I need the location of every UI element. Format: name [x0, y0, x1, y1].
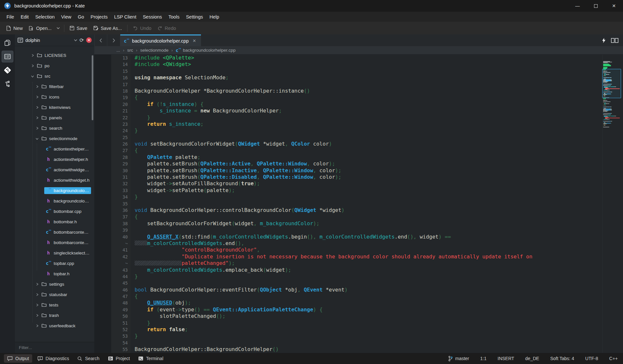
tree-item-userfeedback[interactable]: userfeedback [15, 320, 94, 331]
code-line-35[interactable]: 35 [94, 201, 623, 207]
new-button[interactable]: New [3, 24, 26, 33]
code-line-52[interactable]: 52 return false; [94, 326, 623, 333]
menu-projects[interactable]: Projects [87, 12, 111, 22]
dictionary[interactable]: de_DE [525, 356, 539, 361]
tree-item-LICENSES[interactable]: LICENSES [15, 50, 94, 60]
code-line-29[interactable]: 29 palette.setBrush(QPalette::Active, QP… [94, 161, 623, 167]
code-line-43[interactable]: 43 m_colorControlledWidgets.emplace_back… [94, 267, 623, 273]
sidebar-git-button[interactable] [2, 64, 13, 76]
chevron-collapsed-icon[interactable] [34, 304, 40, 306]
open-dropdown-button[interactable] [55, 25, 62, 31]
code-line-47[interactable]: 47{ [94, 293, 623, 300]
breadcrumb-item-src[interactable]: src [127, 48, 133, 53]
chevron-collapsed-icon[interactable] [34, 85, 40, 88]
sidebar-lsp-symbols-button[interactable] [2, 78, 13, 90]
code-line-51[interactable]: 51 } [94, 320, 623, 326]
menu-settings[interactable]: Settings [183, 12, 206, 22]
code-line-15[interactable]: 15 [94, 68, 623, 74]
tree-item-actionwithwidget.cpp[interactable]: c++actionwithwidget.cpp [15, 164, 94, 175]
redo-button[interactable]: Redo [154, 24, 179, 33]
code-line-28[interactable]: 28 QPalette palette; [94, 154, 623, 161]
panel-button-output[interactable]: Output [4, 354, 32, 363]
breadcrumb-item-...[interactable]: ... [116, 48, 120, 53]
code-line-13[interactable]: 13#include <QPalette> [94, 55, 623, 61]
chevron-collapsed-icon[interactable] [34, 96, 40, 98]
code-line-24[interactable]: 24} [94, 127, 623, 134]
tree-item-topbar.h[interactable]: htopbar.h [15, 268, 94, 279]
filter-input[interactable] [15, 342, 94, 353]
code-line-40[interactable]: 40 Q_ASSERT_X(std::find(m_colorControlle… [94, 234, 623, 240]
minimap-viewport[interactable] [602, 69, 621, 98]
code-line-50[interactable]: 50 slotPaletteChanged(); [94, 313, 623, 319]
menu-sessions[interactable]: Sessions [139, 12, 165, 22]
code-line-39[interactable]: 39 [94, 227, 623, 233]
menu-help[interactable]: Help [206, 12, 222, 22]
chevron-expanded-icon[interactable] [36, 136, 39, 141]
tree-item-backgroundcolorhelper.h[interactable]: hbackgroundcolorhelper.h [15, 196, 94, 206]
code-area[interactable]: 13#include <QPalette>14#include <QWidget… [94, 55, 623, 353]
split-view-icon[interactable] [611, 38, 618, 43]
lightning-icon[interactable] [602, 38, 606, 43]
code-line-38[interactable]: 38 setBackgroundColorForWidget(widget, m… [94, 220, 623, 227]
code-line-wrap[interactable]: ↪m_colorControlledWidgets.end(), [94, 240, 623, 247]
menu-go[interactable]: Go [74, 12, 87, 22]
tree-item-singleclickselectionproxymodel.h[interactable]: hsingleclickselectionproxymodel.h [15, 248, 94, 258]
close-button[interactable]: ✕ [605, 0, 623, 12]
code-line-44[interactable]: 44} [94, 273, 623, 280]
chevron-expanded-icon[interactable] [31, 73, 34, 79]
tree-item-icons[interactable]: icons [15, 92, 94, 102]
tree-item-backgroundcolorhelper.cpp[interactable]: c++backgroundcolorhelper.cpp [15, 185, 94, 196]
code-line-30[interactable]: 30 palette.setBrush(QPalette::Inactive, … [94, 167, 623, 174]
tree-item-src[interactable]: src [15, 71, 94, 81]
tree-item-actionwithwidget.h[interactable]: hactionwithwidget.h [15, 175, 94, 185]
code-line-49[interactable]: 49 if (event->type() == QEvent::Applicat… [94, 306, 623, 313]
code-line-22[interactable]: 22 } [94, 114, 623, 121]
menu-tools[interactable]: Tools [165, 12, 183, 22]
chevron-collapsed-icon[interactable] [34, 324, 40, 327]
chevron-collapsed-icon[interactable] [34, 127, 40, 130]
tree-item-actiontexthelper.cpp[interactable]: c++actiontexthelper.cpp [15, 144, 94, 154]
code-line-17[interactable]: 17 [94, 81, 623, 88]
highlight-language[interactable]: C++ [609, 356, 618, 361]
chevron-collapsed-icon[interactable] [34, 283, 40, 286]
maximize-button[interactable] [587, 0, 605, 12]
minimap[interactable] [602, 55, 623, 353]
code-line-53[interactable]: 53} [94, 333, 623, 339]
code-line-27[interactable]: 27{ [94, 147, 623, 154]
tab-backgroundcolorhelper[interactable]: c++ backgroundcolorhelper.cpp ✕ [120, 34, 201, 46]
tree-item-topbar.cpp[interactable]: c++topbar.cpp [15, 258, 94, 268]
code-line-26[interactable]: 26void setBackgroundColorForWidget(QWidg… [94, 141, 623, 147]
code-line-48[interactable]: 48 Q_UNUSED(obj); [94, 300, 623, 306]
save-as-button[interactable]: Save As... [90, 24, 125, 33]
minimize-button[interactable]: — [568, 0, 587, 12]
tree-item-selectionmode[interactable]: selectionmode [15, 133, 94, 144]
menu-selection[interactable]: Selection [32, 12, 58, 22]
panel-button-diagnostics[interactable]: Diagnostics [34, 354, 72, 363]
tree-scrollbar[interactable] [92, 55, 93, 120]
code-line-54[interactable]: 54 [94, 340, 623, 346]
code-line-wrap[interactable]: ↪paletteChanged"); [94, 260, 623, 266]
code-line-23[interactable]: 23 return s_instance; [94, 121, 623, 127]
tree-item-bottombarcontentscontainer.h[interactable]: hbottombarcontentscontainer.h [15, 237, 94, 248]
panel-button-project[interactable]: Project [105, 354, 133, 363]
code-line-33[interactable]: 33 widget->setPalette(palette); [94, 187, 623, 194]
code-line-20[interactable]: 20 if (!s_instance) { [94, 101, 623, 108]
menu-lsp-client[interactable]: LSP Client [111, 12, 139, 22]
tree-item-filterbar[interactable]: filterbar [15, 81, 94, 92]
code-line-21[interactable]: 21 s_instance = new BackgroundColorHelpe… [94, 108, 623, 114]
tabs-mode[interactable]: Soft Tabs: 4 [550, 356, 574, 361]
tree-item-statusbar[interactable]: statusbar [15, 289, 94, 300]
chevron-collapsed-icon[interactable] [34, 116, 40, 119]
code-line-41[interactable]: 41 "controlBackgroundColor", [94, 247, 623, 253]
code-line-31[interactable]: 31 palette.setBrush(QPalette::Disabled, … [94, 174, 623, 180]
tree-item-trash[interactable]: trash [15, 310, 94, 320]
encoding[interactable]: UTF-8 [585, 356, 598, 361]
tree-item-tests[interactable]: tests [15, 300, 94, 310]
code-line-37[interactable]: 37{ [94, 214, 623, 220]
tree-item-bottombar.h[interactable]: hbottombar.h [15, 216, 94, 227]
save-button[interactable]: Save [67, 24, 90, 33]
tree-item-panels[interactable]: panels [15, 112, 94, 123]
menu-file[interactable]: File [3, 12, 17, 22]
refresh-project-button[interactable]: ⟳ [80, 38, 84, 43]
input-mode[interactable]: INSERT [497, 356, 514, 361]
